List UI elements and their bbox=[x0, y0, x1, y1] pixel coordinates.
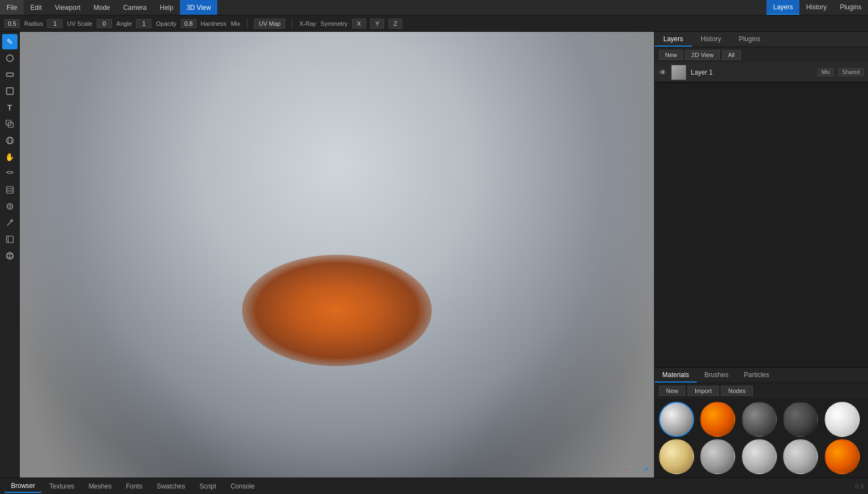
radius-value[interactable]: 1 bbox=[47, 19, 63, 28]
material-swatch-8[interactable] bbox=[742, 439, 777, 474]
viewport[interactable]: → ↑ ↗ bbox=[20, 32, 654, 478]
bottom-tab-meshes[interactable]: Meshes bbox=[82, 480, 118, 492]
material-swatch-1[interactable] bbox=[659, 402, 694, 437]
axis-x-btn[interactable]: X bbox=[352, 19, 366, 29]
tab-materials[interactable]: Materials bbox=[655, 368, 697, 383]
materials-grid bbox=[655, 398, 868, 478]
material-swatch-3[interactable] bbox=[742, 402, 777, 437]
material-swatch-4[interactable] bbox=[783, 402, 818, 437]
all-btn[interactable]: All bbox=[722, 50, 741, 60]
sphere-tool[interactable] bbox=[2, 133, 18, 148]
book-tool[interactable] bbox=[2, 182, 18, 198]
angle-value[interactable]: 1 bbox=[136, 19, 151, 28]
bottom-tab-script[interactable]: Script bbox=[193, 480, 223, 492]
fill-tool[interactable] bbox=[2, 83, 18, 99]
uv-map-btn[interactable]: UV Map bbox=[254, 19, 286, 29]
svg-rect-7 bbox=[7, 187, 13, 193]
menu-edit[interactable]: Edit bbox=[24, 0, 48, 15]
menu-camera[interactable]: Camera bbox=[117, 0, 154, 15]
axis-y-indicator: ↑ bbox=[634, 465, 638, 473]
layer-name: Layer 1 bbox=[691, 69, 813, 76]
bottom-tab-browser[interactable]: Browser bbox=[4, 480, 42, 493]
menu-mode[interactable]: Mode bbox=[87, 0, 117, 15]
layer-shared-tag[interactable]: Shared bbox=[838, 68, 864, 76]
main-content: ✎ T ✋ bbox=[0, 32, 868, 478]
clone-tool[interactable] bbox=[2, 116, 18, 132]
menu-bar: File Edit Viewport Mode Camera Help 3D V… bbox=[0, 0, 868, 15]
hand-tool[interactable]: ✋ bbox=[2, 149, 18, 165]
layer-visibility-toggle[interactable]: 👁 bbox=[659, 68, 667, 77]
import-material-btn[interactable]: Import bbox=[687, 386, 719, 396]
tab-plugins-panel[interactable]: Plugins bbox=[730, 32, 769, 47]
uv-scale-label: UV Scale bbox=[67, 20, 92, 27]
bottom-tabs: Browser Textures Meshes Fonts Swatches S… bbox=[0, 478, 868, 494]
tab-plugins[interactable]: Plugins bbox=[833, 0, 868, 15]
material-swatch-10[interactable] bbox=[825, 439, 860, 474]
svg-rect-1 bbox=[7, 73, 13, 76]
opacity-value[interactable]: 0.8 bbox=[181, 19, 196, 28]
hardness-label: Hardness bbox=[201, 20, 227, 27]
bottom-tab-textures[interactable]: Textures bbox=[43, 480, 81, 492]
globe-tool[interactable] bbox=[2, 248, 18, 263]
menu-right: Layers History Plugins bbox=[766, 0, 868, 15]
angle-label: Angle bbox=[116, 20, 132, 27]
tab-history-panel[interactable]: History bbox=[692, 32, 730, 47]
axis-z-indicator: ↗ bbox=[643, 465, 649, 473]
orange-accent bbox=[242, 255, 432, 366]
right-panel: Layers History Plugins New 2D View All 👁… bbox=[654, 32, 868, 478]
menu-help[interactable]: Help bbox=[153, 0, 180, 15]
tab-particles[interactable]: Particles bbox=[736, 368, 777, 383]
tab-layers[interactable]: Layers bbox=[766, 0, 799, 15]
radius-label: Radius bbox=[24, 20, 43, 27]
material-swatch-5[interactable] bbox=[825, 402, 860, 437]
sep2 bbox=[292, 19, 292, 29]
svg-point-0 bbox=[7, 55, 13, 61]
materials-section: Materials Brushes Particles New Import N… bbox=[655, 367, 868, 478]
size-value[interactable]: 0.5 bbox=[4, 19, 20, 28]
export-tool[interactable] bbox=[2, 232, 18, 247]
sep1 bbox=[247, 19, 247, 29]
bottom-tab-swatches[interactable]: Swatches bbox=[150, 480, 191, 492]
axis-y-btn[interactable]: Y bbox=[370, 19, 384, 29]
view-2d-btn[interactable]: 2D View bbox=[685, 50, 720, 60]
paint-tool[interactable] bbox=[2, 50, 18, 66]
materials-tabs: Materials Brushes Particles bbox=[655, 368, 868, 383]
smudge-tool[interactable] bbox=[2, 166, 18, 181]
new-material-btn[interactable]: New bbox=[659, 386, 685, 396]
menu-viewport[interactable]: Viewport bbox=[48, 0, 87, 15]
svg-point-6 bbox=[8, 137, 12, 144]
menu-3dview[interactable]: 3D View bbox=[180, 0, 217, 15]
right-spacer bbox=[655, 83, 868, 367]
bottom-tab-fonts[interactable]: Fonts bbox=[119, 480, 149, 492]
material-swatch-2[interactable] bbox=[700, 402, 735, 437]
tab-brushes[interactable]: Brushes bbox=[697, 368, 736, 383]
svg-point-11 bbox=[9, 205, 11, 207]
nodes-btn[interactable]: Nodes bbox=[721, 386, 753, 396]
mix-label: Mix bbox=[231, 20, 240, 27]
stamp-tool[interactable] bbox=[2, 199, 18, 214]
svg-point-10 bbox=[7, 204, 13, 209]
layers-section: New 2D View All 👁 Layer 1 Mix Shared bbox=[655, 47, 868, 83]
layer-mix-tag[interactable]: Mix bbox=[818, 68, 834, 76]
erase-tool[interactable] bbox=[2, 67, 18, 82]
menu-file[interactable]: File bbox=[0, 0, 24, 15]
svg-rect-13 bbox=[7, 236, 13, 243]
bottom-tab-console[interactable]: Console bbox=[224, 480, 261, 492]
layers-controls: New 2D View All bbox=[655, 47, 868, 63]
material-swatch-7[interactable] bbox=[700, 439, 735, 474]
tab-layers-panel[interactable]: Layers bbox=[655, 32, 692, 47]
text-tool[interactable]: T bbox=[2, 100, 18, 115]
material-swatch-6[interactable] bbox=[659, 439, 694, 474]
viewport-coords: → ↑ ↗ bbox=[622, 465, 649, 473]
left-toolbar: ✎ T ✋ bbox=[0, 32, 20, 478]
tab-history[interactable]: History bbox=[799, 0, 833, 15]
uv-scale-value[interactable]: 0 bbox=[97, 19, 112, 28]
draw-tool[interactable]: ✎ bbox=[2, 34, 18, 49]
material-swatch-9[interactable] bbox=[783, 439, 818, 474]
svg-point-5 bbox=[7, 137, 13, 144]
new-layer-btn[interactable]: New bbox=[659, 50, 683, 60]
menu-left: File Edit Viewport Mode Camera Help 3D V… bbox=[0, 0, 217, 15]
axis-z-btn[interactable]: Z bbox=[388, 19, 402, 29]
layer-row: 👁 Layer 1 Mix Shared bbox=[655, 63, 868, 82]
picker-tool[interactable] bbox=[2, 215, 18, 231]
